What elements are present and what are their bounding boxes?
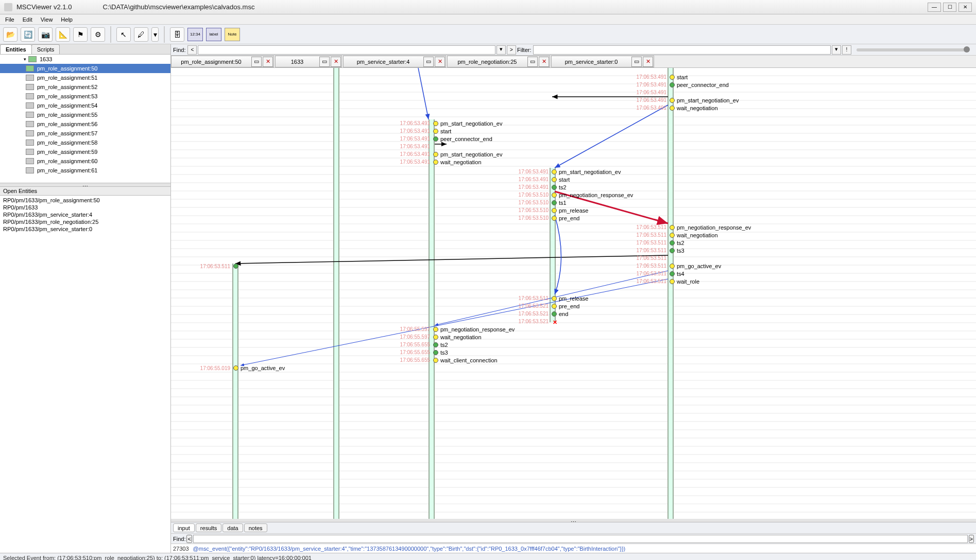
- toggle-timestamp[interactable]: 12:34: [187, 28, 203, 41]
- entity-close-button[interactable]: ✕: [539, 57, 549, 67]
- find-prev-button[interactable]: <: [186, 535, 192, 543]
- find-prev-button[interactable]: <: [187, 45, 197, 55]
- event[interactable]: 17:06:53.491pm_start_negotiation_ev: [512, 168, 633, 176]
- event[interactable]: 17:06:53.511pm_release: [512, 294, 588, 302]
- event[interactable]: 17:06:53.521end: [512, 310, 588, 318]
- open-entity-item[interactable]: RP0/pm/1633/pm_role_assignment:50: [3, 197, 167, 204]
- event[interactable]: 17:06:53.491: [394, 143, 502, 150]
- event[interactable]: 17:06:53.511: [630, 254, 751, 262]
- zoom-slider[interactable]: [857, 48, 970, 51]
- event[interactable]: 17:06:53.491start: [512, 176, 633, 183]
- tab-data[interactable]: data: [222, 523, 243, 532]
- entity-min-button[interactable]: ▭: [251, 57, 262, 67]
- tab-entities[interactable]: Entities: [0, 44, 32, 54]
- event[interactable]: 17:06:53.491ts2: [512, 183, 633, 191]
- ruler-button[interactable]: 📐: [56, 27, 70, 42]
- tree-item[interactable]: pm_role_assignment:51: [0, 73, 170, 82]
- event[interactable]: 17:06:53.511wait_role: [630, 277, 751, 285]
- tree-item[interactable]: pm_role_assignment:50: [0, 64, 170, 73]
- entity-tree[interactable]: ▾ 1633 pm_role_assignment:50pm_role_assi…: [0, 55, 170, 183]
- tree-item[interactable]: pm_role_assignment:52: [0, 82, 170, 92]
- open-button[interactable]: 📂: [3, 27, 18, 42]
- tree-item[interactable]: pm_role_assignment:61: [0, 166, 170, 175]
- entity-min-button[interactable]: ▭: [319, 57, 330, 67]
- filter-dropdown[interactable]: ▾: [832, 45, 841, 55]
- camera-button[interactable]: 📷: [38, 27, 53, 42]
- event[interactable]: 17:06:53.511pm_go_active_ev: [630, 262, 751, 270]
- open-entity-item[interactable]: RP0/pm/1633/pm_service_starter:4: [3, 211, 167, 218]
- event[interactable]: 17:06:53.521✕: [512, 318, 588, 325]
- find-input[interactable]: [198, 45, 495, 55]
- tree-item[interactable]: pm_role_assignment:55: [0, 110, 170, 119]
- event[interactable]: 17:06:53.511ts4: [630, 270, 751, 277]
- event[interactable]: 17:06:53.491peer_connector_end: [630, 81, 739, 89]
- minimize-button[interactable]: —: [928, 3, 941, 12]
- find-next-button[interactable]: >: [507, 45, 516, 55]
- event[interactable]: 17:06:55.597wait_negotiation: [394, 333, 515, 341]
- refresh-button[interactable]: 🔄: [21, 27, 35, 42]
- maximize-button[interactable]: ☐: [943, 3, 956, 12]
- event[interactable]: 17:06:55.655ts3: [394, 348, 515, 356]
- event[interactable]: 17:06:53.491pm_start_negotiation_ev: [630, 96, 739, 104]
- entity-min-button[interactable]: ▭: [631, 57, 642, 67]
- event[interactable]: 17:06:53.521pre_end: [512, 302, 588, 310]
- event[interactable]: 17:06:53.510pm_release: [512, 206, 633, 214]
- event[interactable]: 17:06:55.019 pm_go_active_ev: [194, 364, 285, 372]
- db-button[interactable]: 🗄: [170, 27, 184, 42]
- log-line[interactable]: 27303 @msc_event({"entity":"RP0/1633/163…: [171, 544, 976, 553]
- entity-close-button[interactable]: ✕: [435, 57, 445, 67]
- tree-item[interactable]: pm_role_assignment:58: [0, 138, 170, 147]
- tab-notes[interactable]: notes: [244, 523, 267, 532]
- settings-button[interactable]: ⚙: [91, 27, 105, 42]
- tree-expander-icon[interactable]: ▾: [24, 57, 26, 62]
- tree-item[interactable]: pm_role_assignment:57: [0, 129, 170, 138]
- menu-view[interactable]: View: [38, 15, 56, 24]
- menu-help[interactable]: Help: [58, 15, 76, 24]
- event[interactable]: 17:06:53.491wait_negotiation: [394, 158, 502, 166]
- flag-button[interactable]: ⚑: [73, 27, 88, 42]
- entity-close-button[interactable]: ✕: [331, 57, 341, 67]
- event[interactable]: 17:06:55.655ts2: [394, 341, 515, 348]
- event[interactable]: 17:06:53.511ts2: [630, 239, 751, 247]
- tree-item[interactable]: pm_role_assignment:54: [0, 101, 170, 110]
- filter-input[interactable]: [533, 45, 831, 55]
- tab-input[interactable]: input: [173, 523, 195, 532]
- entity-min-button[interactable]: ▭: [527, 57, 538, 67]
- tree-item[interactable]: pm_role_assignment:53: [0, 92, 170, 101]
- open-entity-item[interactable]: RP0/pm/1633/pm_role_negotiation:25: [3, 218, 167, 225]
- event[interactable]: 17:06:55.597pm_negotiation_response_ev: [394, 325, 515, 333]
- entity-min-button[interactable]: ▭: [423, 57, 434, 67]
- event[interactable]: 17:06:53.491start: [630, 73, 739, 81]
- event[interactable]: 17:06:53.491start: [394, 127, 502, 135]
- pointer-button[interactable]: ↖: [116, 27, 131, 42]
- entity-close-button[interactable]: ✕: [263, 57, 273, 67]
- tree-item[interactable]: pm_role_assignment:56: [0, 119, 170, 129]
- toggle-note[interactable]: Note: [225, 28, 240, 41]
- event[interactable]: 17:06:53.511: [194, 262, 241, 270]
- event[interactable]: 17:06:53.491pm_start_negotiation_ev: [394, 150, 502, 158]
- find-dropdown[interactable]: ▾: [496, 45, 506, 55]
- bottom-find-input[interactable]: [193, 535, 968, 543]
- close-button[interactable]: ✕: [958, 3, 972, 12]
- tree-root[interactable]: ▾ 1633: [0, 55, 170, 64]
- tree-item[interactable]: pm_role_assignment:60: [0, 156, 170, 166]
- menu-edit[interactable]: Edit: [20, 15, 36, 24]
- event[interactable]: 17:06:53.510pre_end: [512, 214, 633, 222]
- event[interactable]: 17:06:53.511pm_negotiation_response_ev: [630, 223, 751, 231]
- event[interactable]: 17:06:53.491peer_connector_end: [394, 135, 502, 143]
- event[interactable]: 17:06:55.655wait_client_connection: [394, 356, 515, 364]
- entity-close-button[interactable]: ✕: [643, 57, 653, 67]
- event[interactable]: 17:06:53.510pm_negotiation_response_ev: [512, 191, 633, 199]
- filter-bang-button[interactable]: !: [842, 45, 851, 55]
- find-next-button[interactable]: >: [969, 535, 974, 543]
- tree-item[interactable]: pm_role_assignment:59: [0, 147, 170, 156]
- event[interactable]: 17:06:53.511wait_negotiation: [630, 231, 751, 239]
- tab-results[interactable]: results: [196, 523, 221, 532]
- event[interactable]: 17:06:53.511ts3: [630, 247, 751, 254]
- open-entity-item[interactable]: RP0/pm/1633: [3, 204, 167, 211]
- open-entity-item[interactable]: RP0/pm/1633/pm_service_starter:0: [3, 225, 167, 233]
- menu-file[interactable]: File: [2, 15, 18, 24]
- event[interactable]: 17:06:53.491pm_start_negotiation_ev: [394, 119, 502, 127]
- marker-button[interactable]: 🖊: [134, 27, 148, 42]
- marker-dropdown[interactable]: ▾: [151, 27, 159, 42]
